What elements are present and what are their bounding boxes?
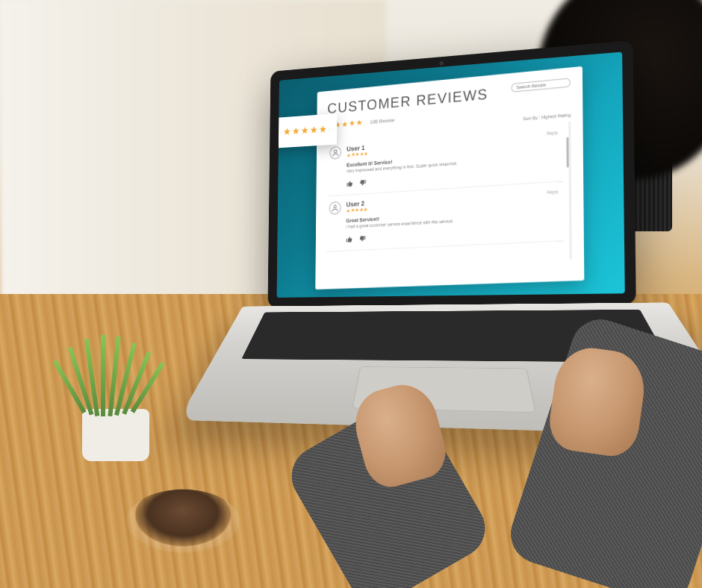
webcam-icon	[440, 61, 444, 66]
rating-stars-icon: ★★★★★	[283, 123, 328, 137]
rating-badge: 5 ★★★★★	[276, 113, 337, 149]
reviews-list[interactable]: User 1 ★★★★★ Reply Excellent it! Service…	[326, 122, 571, 269]
summary-count: 100 Review	[370, 117, 394, 125]
scrollbar-thumb[interactable]	[566, 137, 568, 168]
reply-button[interactable]: Reply	[547, 190, 558, 195]
avatar-icon	[329, 146, 341, 160]
desk-plant	[60, 342, 164, 461]
plant-leaves	[60, 334, 164, 416]
thumbs-down-icon[interactable]	[359, 235, 366, 244]
plant-pot	[82, 409, 149, 461]
thumbs-up-icon[interactable]	[346, 235, 352, 244]
rating-number: 5	[276, 120, 278, 144]
reviews-panel: CUSTOMER REVIEWS ★★★★★ 100 Review Sort B…	[315, 66, 584, 290]
sort-dropdown[interactable]: Sort By : Highest Rating	[523, 113, 571, 121]
svg-point-0	[334, 150, 337, 153]
review-stars-icon: ★★★★★	[347, 207, 368, 213]
thumbs-down-icon[interactable]	[359, 179, 366, 188]
laptop-screen: CUSTOMER REVIEWS ★★★★★ 100 Review Sort B…	[276, 52, 624, 298]
svg-point-1	[334, 205, 337, 208]
review-stars-icon: ★★★★★	[347, 151, 368, 158]
search-input[interactable]	[512, 78, 571, 92]
avatar-icon	[329, 201, 341, 215]
laptop-screen-frame: CUSTOMER REVIEWS ★★★★★ 100 Review Sort B…	[267, 40, 636, 307]
thumbs-up-icon[interactable]	[347, 180, 353, 189]
reply-button[interactable]: Reply	[547, 131, 558, 136]
scene-photo: CUSTOMER REVIEWS ★★★★★ 100 Review Sort B…	[0, 0, 702, 588]
